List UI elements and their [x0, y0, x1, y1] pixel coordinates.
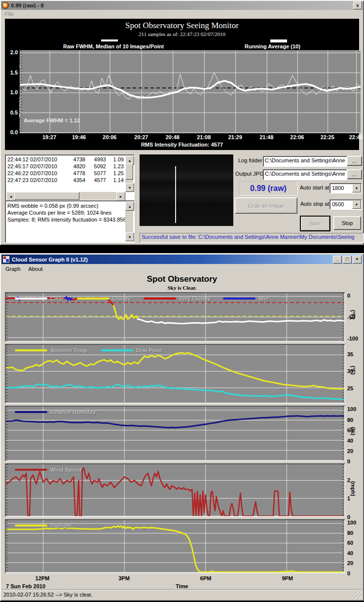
table-cell: 1.23: [106, 163, 124, 170]
table-cell: 4778: [68, 170, 85, 177]
x-tick-label: 21:29: [228, 134, 242, 140]
very-cloudy-swatch: [144, 298, 176, 300]
dew-point-legend-item: Dew Point: [101, 347, 162, 353]
wind-speed-label: Wind Speed: [50, 467, 81, 473]
auto-start-label: Auto start at:: [300, 185, 330, 190]
menubar: File: [1, 10, 363, 18]
x-tick-label: 21:48: [259, 134, 273, 140]
info-line: RMS wobble = 0.058 px (0.99 arcsec): [7, 202, 124, 209]
x-tick-label: 22:25: [321, 134, 334, 140]
y-tick-label: 80: [347, 530, 353, 536]
output-jpg-input[interactable]: C:\Documents and Settings\Anne Manner: [263, 169, 348, 180]
average-fwhm-annotation: Average FWHM = 1.12: [24, 117, 80, 123]
close-button[interactable]: ×: [353, 256, 362, 263]
log-horizontal-scrollbar[interactable]: ◄ ►: [6, 192, 125, 200]
window-title: 0.99 (raw) - 8: [11, 2, 44, 8]
raw-fwhm-swatch: [101, 39, 118, 41]
stop-button[interactable]: Stop: [333, 216, 361, 230]
log-folder-browse-button[interactable]: ...: [347, 156, 362, 166]
wind-unit-label: (mph): [350, 481, 356, 496]
log-listbox[interactable]: 22:44:12 02/07/2010473849931.09522:45:17…: [5, 154, 135, 201]
auto-start-combo[interactable]: 1800 ▼: [329, 183, 362, 193]
time-x-axis: 12PM3PM6PM9PM: [5, 575, 345, 582]
wind-speed-chart: Wind Speed: [5, 463, 345, 517]
x-tick-label: 3PM: [118, 575, 130, 581]
titlebar[interactable]: Cloud Sensor Graph II (v1.12) _ □ ×: [1, 255, 363, 264]
humidity-legend: Relative Humidity: [15, 409, 96, 415]
star-streak: [175, 166, 176, 223]
seeing-reading-value: 0.99 (raw): [250, 184, 287, 193]
cloud-sensor-window: Cloud Sensor Graph II (v1.12) _ □ × Grap…: [0, 253, 364, 601]
x-tick-label: 20:48: [166, 134, 180, 140]
auto-start-value: 1800: [332, 185, 344, 191]
humidity-chart: Relative Humidity: [5, 406, 345, 461]
minimize-button[interactable]: _: [333, 256, 342, 263]
observatory-heading: Spot Observatory: [0, 274, 364, 284]
resize-grip[interactable]: [355, 592, 362, 598]
info-vertical-scrollbar[interactable]: ▲ ▼: [125, 202, 133, 241]
ambient-temp-label: Ambient Temp: [50, 347, 88, 353]
table-row[interactable]: 22:44:12 02/07/2010473849931.095: [6, 156, 125, 163]
table-row[interactable]: 22:47:23 02/07/2010435445771.145: [6, 177, 125, 184]
seeing-x-axis: 19:2719:4620:0620:2720:4821:0821:2921:48…: [20, 134, 360, 141]
y-tick-label: 25: [347, 385, 353, 391]
wind-speed-legend-item: Wind Speed: [15, 467, 81, 473]
chevron-down-icon[interactable]: ▼: [352, 184, 361, 192]
dew-point-label: Dew Point: [136, 347, 162, 353]
y-tick-label: 0: [347, 293, 350, 299]
table-cell: 22:44:12 02/07/2010: [6, 156, 68, 163]
y-tick-label: 1.5: [10, 70, 18, 75]
relative-humidity-label: Relative Humidity: [50, 409, 96, 415]
auto-stop-combo[interactable]: 0500 ▼: [329, 199, 362, 210]
y-tick-label: 0: [347, 570, 350, 576]
grab-image-button[interactable]: Grab an Image: [235, 197, 297, 214]
table-row[interactable]: 22:45:17 02/07/2010482050921.235: [6, 163, 125, 170]
auto-stop-label: Auto stop at:: [300, 201, 331, 207]
menu-graph[interactable]: Graph: [1, 266, 25, 272]
daylight-y-axis: 100806040200: [346, 519, 363, 573]
scrollbar-thumb[interactable]: [125, 164, 133, 180]
daylight-legend-item: Daylight: [15, 523, 72, 528]
y-tick-label: -100: [347, 336, 358, 341]
y-tick-label: 20: [347, 560, 353, 566]
seeing-reading-box: 0.99 (raw): [239, 181, 298, 195]
y-tick-label: 1.0: [10, 89, 18, 95]
output-jpg-browse-button[interactable]: ...: [347, 169, 362, 179]
start-button[interactable]: Start: [300, 216, 330, 231]
rms-info-box[interactable]: RMS wobble = 0.058 px (0.99 arcsec)Avera…: [5, 200, 135, 243]
y-tick-label: 40: [347, 550, 353, 556]
menu-about[interactable]: About: [25, 266, 47, 272]
scroll-right-icon[interactable]: ►: [116, 192, 125, 201]
x-tick-label: 20:27: [134, 134, 148, 140]
chart-title: Spot Observatory Seeing Monitor: [5, 21, 359, 31]
output-jpg-label: Output JPG: [235, 171, 263, 177]
close-button[interactable]: x: [353, 1, 362, 9]
cloud-unit-label: (°F): [350, 310, 356, 319]
running-average-swatch: [270, 39, 287, 42]
log-folder-input[interactable]: C:\Documents and Settings\Anne Manner: [263, 156, 348, 167]
temp-unit-label: (°F): [350, 366, 356, 375]
scroll-down-icon[interactable]: ▼: [125, 232, 134, 241]
scrollbar-thumb[interactable]: [14, 192, 79, 200]
running-average-legend: Running Average (10): [245, 43, 300, 49]
menu-file[interactable]: File: [1, 11, 18, 17]
scroll-up-icon[interactable]: ▲: [125, 202, 134, 211]
titlebar[interactable]: 0.99 (raw) - 8 x: [1, 1, 363, 10]
log-vertical-scrollbar[interactable]: ▲ ▼: [125, 156, 133, 192]
save-status-field: Successful save to file: C:\Documents an…: [140, 233, 364, 243]
maximize-button[interactable]: □: [343, 256, 352, 263]
temperature-chart: Ambient TempDew Point: [5, 344, 345, 404]
chevron-down-icon[interactable]: ▼: [352, 200, 361, 209]
table-cell: 4354: [68, 177, 85, 184]
y-tick-label: 100: [347, 520, 356, 526]
table-row[interactable]: 22:46:22 02/07/2010477850771.255: [6, 170, 125, 177]
table-cell: 4738: [68, 156, 85, 163]
y-tick-label: 20: [347, 448, 353, 454]
scroll-down-icon[interactable]: ▼: [125, 183, 134, 192]
statusbar: 2010-02-07 15:26:52 --> Sky is clear.: [1, 589, 363, 600]
y-tick-label: 100: [347, 406, 356, 412]
window-title: Cloud Sensor Graph II (v1.12): [12, 257, 88, 263]
daylight-legend: Daylight: [15, 523, 72, 528]
x-tick-label: 6PM: [200, 575, 212, 581]
raw-fwhm-legend: Raw FWHM, Median of 10 Images/Point: [63, 43, 164, 49]
